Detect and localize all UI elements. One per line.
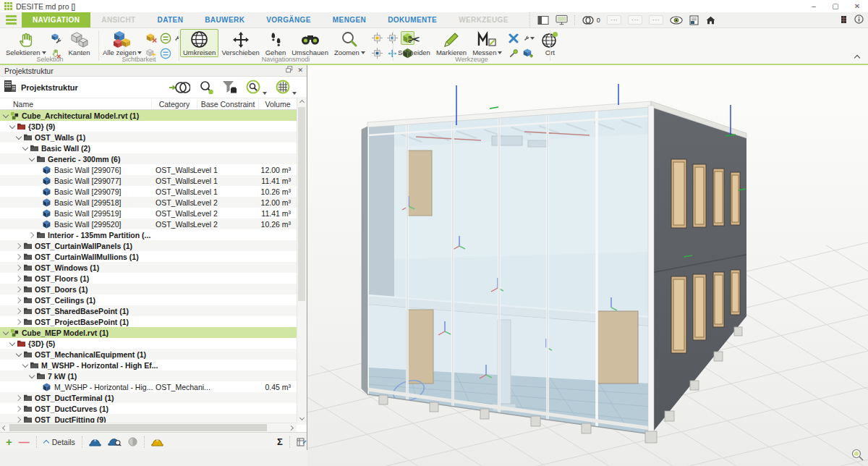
- umschauen-button[interactable]: Umschauen: [289, 29, 331, 57]
- expander-icon[interactable]: [22, 145, 29, 152]
- markieren-button[interactable]: Markieren: [433, 29, 469, 57]
- collapsed-toolbar-3[interactable]: ···: [649, 15, 663, 25]
- scroll-down-icon[interactable]: [297, 414, 306, 423]
- tree-row[interactable]: Interior - 135mm Partition (...: [0, 229, 307, 240]
- overlay-count-icon[interactable]: 0: [582, 16, 600, 25]
- tree-row[interactable]: {3D} (5): [0, 338, 307, 349]
- tree-row[interactable]: Cube_MEP Model.rvt (1): [0, 327, 307, 338]
- tab-vorgaenge[interactable]: VORGÄNGE: [255, 12, 322, 27]
- expander-icon[interactable]: [15, 275, 22, 282]
- collapsed-toolbar-2[interactable]: ···: [628, 15, 642, 25]
- tree-row[interactable]: Generic - 300mm (6): [0, 153, 307, 164]
- tree-row[interactable]: {3D} (9): [0, 121, 307, 132]
- home-icon[interactable]: [705, 15, 716, 25]
- tool-settings-icon[interactable]: [522, 31, 535, 45]
- tree-row[interactable]: Basic Wall [299520]OST_WallsLevel 210.26…: [0, 219, 307, 229]
- document-list-icon[interactable]: [689, 15, 699, 25]
- expander-icon[interactable]: [9, 123, 16, 130]
- column-base-constraint[interactable]: Base Constraint: [197, 100, 258, 109]
- tree-row[interactable]: OST_Walls (1): [0, 132, 307, 143]
- kanten-button[interactable]: Kanten: [66, 29, 93, 57]
- tree-row[interactable]: Basic Wall [299077]OST_WallsLevel 111.41…: [0, 175, 307, 186]
- expander-icon[interactable]: [15, 394, 22, 402]
- focus-selected-icon[interactable]: [370, 31, 384, 45]
- tree-row[interactable]: OST_Windows (1): [0, 262, 307, 273]
- sphere-icon[interactable]: [128, 437, 137, 446]
- tree-row[interactable]: OST_Doors (1): [0, 284, 307, 295]
- tree-horizontal-scrollbar[interactable]: [0, 423, 297, 433]
- expander-icon[interactable]: [15, 242, 22, 250]
- tree-row[interactable]: Basic Wall [299079]OST_WallsLevel 110.26…: [0, 186, 307, 197]
- expander-icon[interactable]: [15, 134, 22, 141]
- selektieren-button[interactable]: Selektieren: [3, 29, 49, 57]
- table-view-icon[interactable]: [276, 80, 297, 95]
- zoomen-button[interactable]: Zoomen: [331, 29, 368, 57]
- scroll-right-icon[interactable]: [288, 423, 297, 432]
- tree-row[interactable]: Basic Wall [299076]OST_WallsLevel 112.00…: [0, 164, 307, 175]
- tab-navigation[interactable]: NAVIGATION: [22, 12, 90, 27]
- zoom-selection-icon[interactable]: [246, 80, 267, 95]
- filter-icon[interactable]: [222, 80, 237, 94]
- tree-row[interactable]: Basic Wall (2): [0, 143, 307, 153]
- vertical-scroll-thumb[interactable]: [298, 107, 305, 301]
- collapse-ribbon-icon[interactable]: [854, 54, 861, 59]
- tree-row[interactable]: M_WSHP - Horizontal - High Ef...: [0, 360, 307, 370]
- expander-icon[interactable]: [15, 297, 22, 304]
- umkreisen-button[interactable]: Umkreisen: [180, 29, 218, 57]
- expander-icon[interactable]: [15, 318, 22, 326]
- tab-werkzeuge[interactable]: WERKZEUGE: [448, 12, 519, 27]
- tree-row[interactable]: Basic Wall [299519]OST_WallsLevel 211.41…: [0, 208, 307, 219]
- viewport-3d[interactable]: [307, 65, 868, 466]
- helmet-search-icon[interactable]: [108, 436, 122, 447]
- sum-button[interactable]: Σ: [277, 436, 283, 447]
- maximize-button[interactable]: ▢: [825, 0, 846, 12]
- tree-row[interactable]: OST_DuctTerminal (1): [0, 392, 307, 403]
- column-category[interactable]: Category: [151, 100, 197, 109]
- expander-icon[interactable]: [28, 156, 35, 163]
- tree-row[interactable]: OST_MechanicalEquipment (1): [0, 349, 307, 360]
- collapsed-toolbar-1[interactable]: ···: [607, 15, 621, 25]
- expander-icon[interactable]: [28, 232, 35, 239]
- expander-icon[interactable]: [15, 286, 22, 293]
- scroll-left-icon[interactable]: [0, 423, 9, 432]
- messen-button[interactable]: Messen: [469, 29, 505, 57]
- tab-mengen[interactable]: MENGEN: [322, 12, 377, 27]
- tree-row[interactable]: OST_Floors (1): [0, 273, 307, 284]
- close-panel-icon[interactable]: ✕: [297, 66, 303, 76]
- database-icon[interactable]: [841, 14, 847, 27]
- expander-icon[interactable]: [15, 416, 22, 423]
- expander-icon[interactable]: [15, 351, 22, 358]
- gehen-button[interactable]: Gehen: [263, 29, 289, 57]
- info-icon[interactable]: [854, 14, 864, 27]
- tree-row[interactable]: OST_DuctCurves (1): [0, 403, 307, 414]
- visibility-lines-icon[interactable]: [158, 31, 172, 45]
- tab-ansicht[interactable]: ANSICHT: [90, 12, 146, 27]
- details-toggle[interactable]: Details: [43, 438, 75, 446]
- menu-icon[interactable]: [0, 12, 22, 27]
- expander-icon[interactable]: [22, 362, 29, 369]
- column-name[interactable]: Name: [0, 100, 151, 109]
- tree-row[interactable]: 7 kW (1): [0, 370, 307, 381]
- tree-row[interactable]: Cube_Architectural Model.rvt (1): [0, 110, 307, 121]
- scroll-up-icon[interactable]: [297, 97, 306, 106]
- tree-row[interactable]: OST_Ceilings (1): [0, 295, 307, 305]
- helmet-yellow-icon[interactable]: [151, 437, 163, 447]
- tree-row[interactable]: Basic Wall [299518]OST_WallsLevel 212.00…: [0, 197, 307, 208]
- alle-zeigen-button[interactable]: Alle zeigen: [100, 29, 145, 57]
- tree-row[interactable]: OST_CurtainWallPanels (1): [0, 240, 307, 251]
- expander-icon[interactable]: [15, 308, 22, 315]
- tab-bauwerk[interactable]: BAUWERK: [194, 12, 255, 27]
- expander-icon[interactable]: [2, 112, 9, 119]
- verschieben-button[interactable]: Verschieben: [218, 29, 262, 57]
- remove-button[interactable]: —: [19, 436, 30, 447]
- tab-daten[interactable]: DATEN: [147, 12, 195, 27]
- expander-icon[interactable]: [15, 405, 22, 412]
- expander-icon[interactable]: [15, 264, 22, 271]
- horizontal-scroll-thumb[interactable]: [9, 424, 267, 431]
- schneiden-button[interactable]: ✂ Schneiden: [395, 29, 433, 57]
- select-settings-icon[interactable]: [49, 31, 63, 45]
- screen-icon[interactable]: [556, 14, 568, 25]
- helmet-blue-icon[interactable]: [89, 437, 101, 447]
- float-panel-icon[interactable]: [286, 66, 293, 76]
- column-settings-icon[interactable]: [297, 437, 307, 447]
